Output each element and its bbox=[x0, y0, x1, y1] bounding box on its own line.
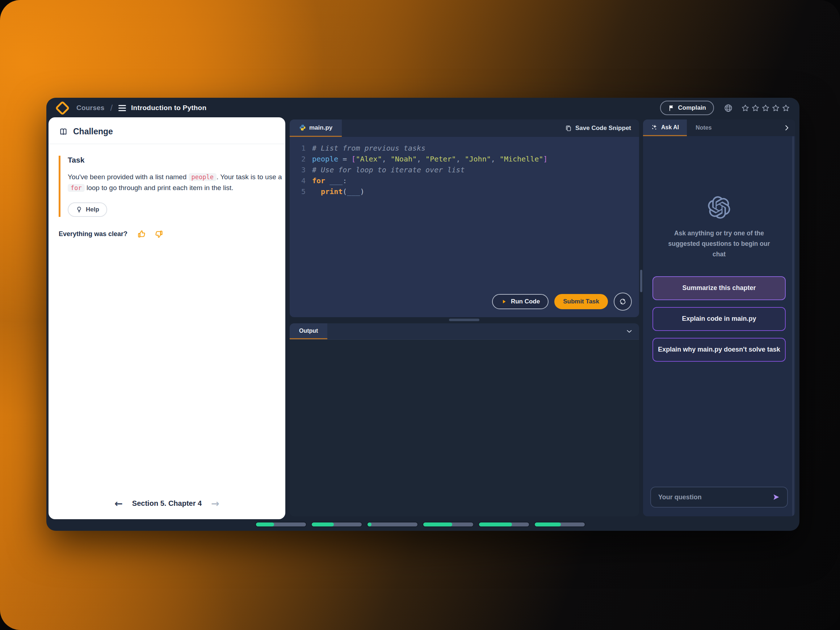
code-token: "Alex" bbox=[355, 153, 382, 164]
save-code-snippet-button[interactable]: Save Code Snippet bbox=[565, 125, 639, 132]
inline-code-chip: for bbox=[68, 184, 85, 192]
code-line[interactable]: 2people = ["Alex", "Noah", "Peter", "Joh… bbox=[290, 153, 639, 164]
chevron-right-icon[interactable] bbox=[783, 124, 795, 132]
help-button[interactable]: Help bbox=[68, 202, 107, 217]
flag-icon bbox=[668, 105, 675, 112]
code-line[interactable]: 1# List from previous tasks bbox=[290, 143, 639, 153]
ask-ai-panel: Ask AI Notes Ask anything or try one of … bbox=[643, 120, 795, 516]
next-chapter-arrow[interactable]: → bbox=[211, 499, 219, 508]
line-number: 1 bbox=[292, 143, 306, 153]
suggestion-button[interactable]: Summarize this chapter bbox=[652, 276, 786, 300]
code-lines: 1# List from previous tasks2people = ["A… bbox=[290, 143, 639, 197]
progress-segment bbox=[535, 523, 585, 526]
code-token: # List from previous tasks bbox=[312, 143, 425, 153]
star-icon[interactable] bbox=[772, 104, 780, 112]
code-token: , bbox=[382, 153, 391, 164]
code-line[interactable]: 5 print(___) bbox=[290, 186, 639, 197]
code-token: : bbox=[343, 175, 347, 186]
save-snippet-icon bbox=[565, 125, 572, 132]
tab-output[interactable]: Output bbox=[290, 323, 327, 339]
line-number: 5 bbox=[292, 186, 306, 197]
brand-logo-icon[interactable] bbox=[55, 100, 70, 115]
output-tab-bar: Output bbox=[290, 323, 639, 339]
code-token: ___ bbox=[330, 175, 343, 186]
code-token: , bbox=[456, 153, 464, 164]
python-icon bbox=[299, 124, 306, 131]
star-icon[interactable] bbox=[761, 104, 770, 112]
task-text-part: loop to go through and print each item i… bbox=[85, 184, 234, 191]
complain-button[interactable]: Complain bbox=[660, 101, 714, 115]
code-area[interactable]: 1# List from previous tasks2people = ["A… bbox=[290, 137, 639, 317]
prev-chapter-arrow[interactable]: ← bbox=[114, 499, 123, 508]
globe-icon[interactable] bbox=[723, 103, 733, 113]
help-label: Help bbox=[86, 206, 99, 213]
suggestion-button[interactable]: Explain code in main.py bbox=[652, 307, 786, 331]
progress-segment bbox=[256, 523, 306, 526]
progress-segment bbox=[368, 523, 417, 526]
book-icon bbox=[58, 127, 68, 136]
code-line[interactable]: 3# Use for loop to iterate over list bbox=[290, 164, 639, 175]
lightbulb-icon bbox=[76, 206, 82, 213]
task-description: You've been provided with a list named p… bbox=[68, 172, 282, 194]
code-token: ) bbox=[360, 186, 364, 197]
breadcrumb[interactable]: Courses bbox=[76, 104, 104, 112]
ask-ai-tab-bar: Ask AI Notes bbox=[643, 120, 795, 136]
code-token: ___ bbox=[347, 186, 360, 197]
code-token: "Noah" bbox=[391, 153, 417, 164]
chat-scrollbar[interactable] bbox=[792, 136, 794, 516]
submit-task-button[interactable]: Submit Task bbox=[554, 293, 609, 310]
tab-ask-ai[interactable]: Ask AI bbox=[643, 120, 687, 136]
chevron-down-icon[interactable] bbox=[625, 327, 639, 335]
code-editor-panel: main.py Save Code Snippet 1# List from p… bbox=[290, 120, 639, 317]
code-token: "John" bbox=[465, 153, 491, 164]
question-input[interactable] bbox=[657, 493, 772, 502]
play-icon bbox=[501, 298, 507, 305]
code-token bbox=[312, 186, 321, 197]
chat-intro-text: Ask anything or try one of the suggested… bbox=[661, 228, 777, 260]
code-line[interactable]: 4for ___: bbox=[290, 175, 639, 186]
progress-segment bbox=[479, 523, 529, 526]
editor-tab-bar: main.py Save Code Snippet bbox=[290, 120, 639, 137]
tab-ask-ai-label: Ask AI bbox=[661, 124, 679, 131]
sync-icon bbox=[619, 298, 627, 306]
reset-code-button[interactable] bbox=[614, 292, 632, 311]
code-token: "Peter" bbox=[425, 153, 456, 164]
editor-scrollbar[interactable] bbox=[640, 270, 642, 292]
code-token: for bbox=[312, 175, 325, 186]
code-token: print bbox=[321, 186, 343, 197]
send-icon[interactable] bbox=[772, 493, 781, 502]
tab-mainpy[interactable]: main.py bbox=[290, 120, 342, 137]
task-heading: Task bbox=[68, 156, 275, 164]
section-navigation: ← Section 5. Chapter 4 → bbox=[49, 499, 285, 508]
suggested-questions: Summarize this chapterExplain code in ma… bbox=[643, 276, 795, 362]
line-number: 2 bbox=[292, 153, 306, 164]
section-chapter-label: Section 5. Chapter 4 bbox=[132, 499, 202, 508]
star-icon[interactable] bbox=[741, 104, 750, 112]
tab-notes[interactable]: Notes bbox=[687, 125, 720, 131]
star-icon[interactable] bbox=[782, 104, 790, 112]
progress-segment bbox=[312, 523, 362, 526]
output-panel: Output bbox=[290, 323, 639, 516]
challenge-panel: Challenge Task You've been provided with… bbox=[49, 117, 285, 519]
app-window: Courses / Introduction to Python Complai… bbox=[46, 98, 799, 531]
code-token: , bbox=[417, 153, 425, 164]
code-token: # Use for loop to iterate over list bbox=[312, 164, 464, 175]
complain-label: Complain bbox=[678, 104, 706, 112]
menu-icon[interactable] bbox=[118, 105, 126, 111]
star-icon[interactable] bbox=[751, 104, 759, 112]
chat-body: Ask anything or try one of the suggested… bbox=[643, 136, 795, 516]
breadcrumb-separator: / bbox=[110, 103, 113, 113]
thumbs-down-icon[interactable] bbox=[154, 229, 164, 239]
thumbs-up-icon[interactable] bbox=[137, 229, 147, 239]
suggestion-button[interactable]: Explain why main.py doesn't solve task bbox=[652, 338, 786, 362]
code-token: "Michelle" bbox=[500, 153, 543, 164]
course-title: Introduction to Python bbox=[131, 104, 206, 112]
task-text-part: You've been provided with a list named bbox=[68, 173, 189, 181]
line-number: 4 bbox=[292, 175, 306, 186]
run-code-button[interactable]: Run Code bbox=[492, 294, 548, 309]
inline-code-chip: people bbox=[189, 173, 216, 181]
panel-resize-handle[interactable] bbox=[449, 319, 479, 321]
feedback-question: Everything was clear? bbox=[58, 230, 128, 238]
save-snippet-label: Save Code Snippet bbox=[575, 125, 631, 132]
line-number: 3 bbox=[292, 164, 306, 175]
